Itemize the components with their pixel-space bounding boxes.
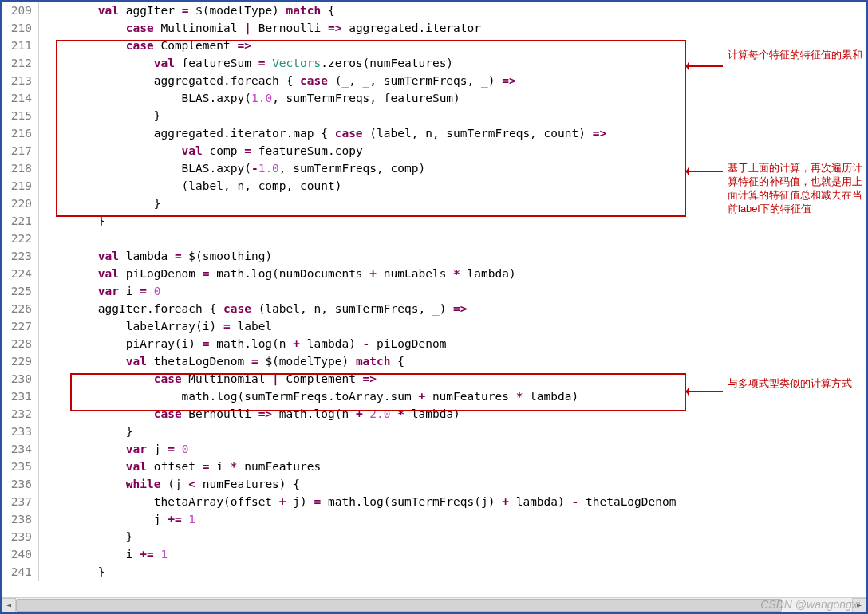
code-line[interactable]: 233 } — [2, 423, 866, 440]
code-content[interactable]: val offset = i * numFeatures — [39, 458, 866, 475]
code-line[interactable]: 223 val lambda = $(smoothing) — [2, 247, 866, 265]
code-line[interactable]: 221 } — [2, 212, 866, 230]
code-content[interactable]: val thetaLogDenom = $(modelType) match { — [39, 352, 866, 370]
code-content[interactable]: piArray(i) = math.log(n + lambda) - piLo… — [39, 335, 866, 352]
code-line[interactable]: 211 case Complement => — [2, 37, 866, 54]
code-line[interactable]: 215 } — [2, 107, 866, 124]
line-number: 226 — [2, 300, 39, 317]
line-number: 214 — [2, 89, 39, 107]
scroll-thumb[interactable] — [16, 599, 782, 612]
line-number: 217 — [2, 142, 39, 159]
code-content[interactable]: val piLogDenom = math.log(numDocuments +… — [39, 265, 866, 282]
code-line[interactable]: 232 case Bernoulli => math.log(n + 2.0 *… — [2, 405, 866, 423]
code-line[interactable]: 230 case Multinomial | Complement => — [2, 370, 866, 388]
code-content[interactable]: labelArray(i) = label — [39, 317, 866, 335]
code-content[interactable]: (label, n, comp, count) — [39, 177, 866, 195]
code-line[interactable]: 239 } — [2, 528, 866, 545]
code-line[interactable]: 241 } — [2, 563, 866, 581]
line-number: 232 — [2, 405, 39, 423]
code-line[interactable]: 235 val offset = i * numFeatures — [2, 458, 866, 475]
line-number: 229 — [2, 352, 39, 370]
code-content[interactable]: while (j < numFeatures) { — [39, 475, 866, 493]
line-number: 216 — [2, 124, 39, 142]
code-line[interactable]: 225 var i = 0 — [2, 282, 866, 300]
code-line[interactable]: 210 case Multinomial | Bernoulli => aggr… — [2, 19, 866, 37]
line-number: 211 — [2, 37, 39, 54]
code-content[interactable]: var j = 0 — [39, 440, 866, 458]
code-line[interactable]: 209 val aggIter = $(modelType) match { — [2, 2, 866, 19]
code-line[interactable]: 222 — [2, 230, 866, 247]
line-number: 228 — [2, 335, 39, 352]
scroll-right-button[interactable]: ► — [852, 598, 866, 612]
code-content[interactable]: } — [39, 423, 866, 440]
line-number: 236 — [2, 475, 39, 493]
line-number: 235 — [2, 458, 39, 475]
code-content[interactable]: } — [39, 563, 866, 581]
code-content[interactable]: aggregated.foreach { case (_, _, sumTerm… — [39, 72, 866, 89]
code-line[interactable]: 234 var j = 0 — [2, 440, 866, 458]
line-number: 210 — [2, 19, 39, 37]
line-number: 220 — [2, 195, 39, 212]
code-content[interactable] — [39, 230, 866, 247]
code-content[interactable]: val comp = featureSum.copy — [39, 142, 866, 159]
code-line[interactable]: 228 piArray(i) = math.log(n + lambda) - … — [2, 335, 866, 352]
code-line[interactable]: 236 while (j < numFeatures) { — [2, 475, 866, 493]
line-number: 221 — [2, 212, 39, 230]
line-number: 227 — [2, 317, 39, 335]
code-line[interactable]: 229 val thetaLogDenom = $(modelType) mat… — [2, 352, 866, 370]
code-line[interactable]: 240 i += 1 — [2, 545, 866, 563]
code-line[interactable]: 216 aggregated.iterator.map { case (labe… — [2, 124, 866, 142]
code-content[interactable]: case Bernoulli => math.log(n + 2.0 * lam… — [39, 405, 866, 423]
line-number: 213 — [2, 72, 39, 89]
code-line[interactable]: 227 labelArray(i) = label — [2, 317, 866, 335]
code-line[interactable]: 219 (label, n, comp, count) — [2, 177, 866, 195]
line-number: 239 — [2, 528, 39, 545]
line-number: 209 — [2, 2, 39, 19]
line-number: 240 — [2, 545, 39, 563]
code-content[interactable]: aggIter.foreach { case (label, n, sumTer… — [39, 300, 866, 317]
code-line[interactable]: 226 aggIter.foreach { case (label, n, su… — [2, 300, 866, 317]
line-number: 241 — [2, 563, 39, 581]
code-line[interactable]: 231 math.log(sumTermFreqs.toArray.sum + … — [2, 388, 866, 405]
line-number: 212 — [2, 54, 39, 72]
code-line[interactable]: 212 val featureSum = Vectors.zeros(numFe… — [2, 54, 866, 72]
line-number: 230 — [2, 370, 39, 388]
code-content[interactable]: aggregated.iterator.map { case (label, n… — [39, 124, 866, 142]
code-content[interactable]: val aggIter = $(modelType) match { — [39, 2, 866, 19]
line-number: 231 — [2, 388, 39, 405]
code-content[interactable]: thetaArray(offset + j) = math.log(sumTer… — [39, 493, 866, 510]
code-content[interactable]: j += 1 — [39, 510, 866, 528]
code-content[interactable]: BLAS.axpy(1.0, sumTermFreqs, featureSum) — [39, 89, 866, 107]
code-line[interactable]: 220 } — [2, 195, 866, 212]
line-number: 238 — [2, 510, 39, 528]
code-content[interactable]: case Multinomial | Complement => — [39, 370, 866, 388]
code-line[interactable]: 238 j += 1 — [2, 510, 866, 528]
code-line[interactable]: 224 val piLogDenom = math.log(numDocumen… — [2, 265, 866, 282]
code-content[interactable]: case Multinomial | Bernoulli => aggregat… — [39, 19, 866, 37]
code-content[interactable]: } — [39, 195, 866, 212]
code-content[interactable]: } — [39, 107, 866, 124]
line-number: 218 — [2, 159, 39, 177]
code-content[interactable]: } — [39, 212, 866, 230]
code-content[interactable]: var i = 0 — [39, 282, 866, 300]
code-line[interactable]: 237 thetaArray(offset + j) = math.log(su… — [2, 493, 866, 510]
line-number: 233 — [2, 423, 39, 440]
code-line[interactable]: 214 BLAS.axpy(1.0, sumTermFreqs, feature… — [2, 89, 866, 107]
code-content[interactable]: } — [39, 528, 866, 545]
horizontal-scrollbar[interactable]: ◄ ► — [2, 597, 866, 612]
line-number: 237 — [2, 493, 39, 510]
code-line[interactable]: 218 BLAS.axpy(-1.0, sumTermFreqs, comp) — [2, 159, 866, 177]
code-editor[interactable]: 209 val aggIter = $(modelType) match {21… — [2, 2, 866, 596]
code-line[interactable]: 217 val comp = featureSum.copy — [2, 142, 866, 159]
line-number: 223 — [2, 247, 39, 265]
code-content[interactable]: case Complement => — [39, 37, 866, 54]
scroll-left-button[interactable]: ◄ — [2, 598, 16, 612]
code-content[interactable]: math.log(sumTermFreqs.toArray.sum + numF… — [39, 388, 866, 405]
code-content[interactable]: val featureSum = Vectors.zeros(numFeatur… — [39, 54, 866, 72]
code-content[interactable]: i += 1 — [39, 545, 866, 563]
code-content[interactable]: val lambda = $(smoothing) — [39, 247, 866, 265]
line-number: 224 — [2, 265, 39, 282]
code-content[interactable]: BLAS.axpy(-1.0, sumTermFreqs, comp) — [39, 159, 866, 177]
line-number: 215 — [2, 107, 39, 124]
code-line[interactable]: 213 aggregated.foreach { case (_, _, sum… — [2, 72, 866, 89]
